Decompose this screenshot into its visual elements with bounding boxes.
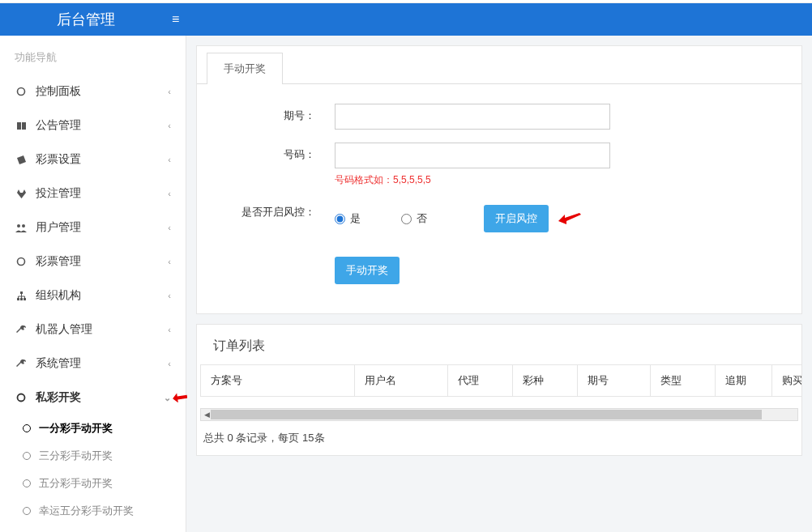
sub-nav: 一分彩手动开奖 三分彩手动开奖 五分彩手动开奖 幸运五分彩手动开奖 bbox=[0, 415, 186, 525]
chevron-left-icon: ‹ bbox=[168, 121, 171, 130]
menu-toggle-icon[interactable]: ≡ bbox=[172, 12, 179, 27]
pagination-info: 总共 0 条记录，每页 15条 bbox=[197, 428, 801, 455]
nav-label: 彩票管理 bbox=[36, 254, 168, 269]
svg-point-2 bbox=[22, 224, 25, 228]
tabs: 手动开奖 bbox=[197, 46, 801, 84]
nav-announcement[interactable]: 公告管理 ‹ bbox=[0, 109, 186, 143]
radio-no-label: 否 bbox=[417, 211, 427, 226]
nav-label: 投注管理 bbox=[36, 186, 168, 201]
radio-yes-input[interactable] bbox=[335, 214, 345, 224]
app-title: 后台管理 bbox=[57, 10, 115, 29]
chevron-down-icon: ⌄ bbox=[164, 393, 171, 403]
radio-yes-label: 是 bbox=[350, 211, 361, 226]
col-lottery: 彩种 bbox=[513, 365, 578, 397]
col-agent: 代理 bbox=[448, 365, 513, 397]
sub-item-5min[interactable]: 五分彩手动开奖 bbox=[8, 470, 186, 497]
nav-label: 机器人管理 bbox=[36, 322, 168, 337]
nav-robot-management[interactable]: 机器人管理 ‹ bbox=[0, 313, 186, 347]
nav-control-panel[interactable]: 控制面板 ‹ bbox=[0, 74, 186, 109]
svg-rect-6 bbox=[20, 298, 23, 300]
chevron-left-icon: ‹ bbox=[168, 257, 171, 266]
horizontal-scrollbar[interactable]: ◀ bbox=[200, 408, 798, 421]
circle-icon bbox=[23, 452, 31, 460]
book-icon bbox=[15, 119, 28, 132]
app-header: 后台管理 ≡ bbox=[0, 3, 812, 36]
open-risk-button[interactable]: 开启风控 bbox=[484, 205, 549, 232]
form-panel: 手动开奖 期号： 号码： 号码格式如：5,5,5,5,5 bbox=[196, 45, 802, 314]
sub-label: 幸运五分彩手动开奖 bbox=[39, 504, 134, 518]
risk-label: 是否开启风控： bbox=[213, 200, 335, 219]
main-content: 手动开奖 期号： 号码： 号码格式如：5,5,5,5,5 bbox=[186, 36, 812, 532]
nav-label: 系统管理 bbox=[36, 356, 168, 371]
nav-label: 用户管理 bbox=[36, 220, 168, 235]
issue-label: 期号： bbox=[213, 104, 335, 123]
scrollbar-thumb[interactable] bbox=[211, 410, 762, 419]
nav-system-management[interactable]: 系统管理 ‹ bbox=[0, 347, 186, 381]
col-username: 用户名 bbox=[355, 365, 448, 397]
svg-rect-4 bbox=[20, 292, 23, 294]
nav-label: 控制面板 bbox=[36, 84, 168, 99]
circle-icon bbox=[23, 424, 31, 432]
radio-yes[interactable]: 是 bbox=[335, 211, 361, 226]
wrench-icon bbox=[15, 357, 28, 370]
chevron-left-icon: ‹ bbox=[168, 87, 171, 96]
sitemap-icon bbox=[15, 289, 28, 302]
svg-point-8 bbox=[18, 394, 25, 402]
gitlab-icon bbox=[15, 187, 28, 200]
sub-label: 一分彩手动开奖 bbox=[39, 421, 113, 436]
ticket-icon bbox=[15, 153, 28, 166]
orders-title: 订单列表 bbox=[197, 325, 801, 364]
nav-label: 公告管理 bbox=[36, 118, 168, 133]
nav-private-lottery[interactable]: 私彩开奖 ⌄ bbox=[0, 381, 186, 415]
users-icon bbox=[15, 221, 28, 234]
orders-table-wrap: 方案号 用户名 代理 彩种 期号 类型 追期 购买 bbox=[197, 364, 801, 405]
sub-item-3min[interactable]: 三分彩手动开奖 bbox=[8, 442, 186, 470]
svg-point-1 bbox=[17, 224, 20, 228]
sub-item-lucky5min[interactable]: 幸运五分彩手动开奖 bbox=[8, 497, 186, 525]
chevron-left-icon: ‹ bbox=[168, 189, 171, 198]
radio-no-input[interactable] bbox=[401, 214, 412, 224]
nav-label: 私彩开奖 bbox=[36, 390, 164, 405]
wrench-icon bbox=[15, 323, 28, 336]
svg-rect-7 bbox=[24, 298, 26, 300]
circle-icon bbox=[15, 391, 28, 404]
radio-no[interactable]: 否 bbox=[401, 211, 427, 226]
nav-lottery-management[interactable]: 彩票管理 ‹ bbox=[0, 245, 186, 279]
svg-point-0 bbox=[18, 88, 25, 96]
manual-draw-form: 期号： 号码： 号码格式如：5,5,5,5,5 是否开启风控： bbox=[197, 84, 801, 313]
nav-label: 彩票设置 bbox=[36, 152, 168, 167]
circle-icon bbox=[15, 255, 28, 268]
manual-draw-button[interactable]: 手动开奖 bbox=[335, 257, 400, 284]
col-chase: 追期 bbox=[716, 365, 772, 397]
sub-label: 三分彩手动开奖 bbox=[39, 449, 113, 463]
issue-input[interactable] bbox=[335, 104, 610, 130]
col-type: 类型 bbox=[651, 365, 716, 397]
number-label: 号码： bbox=[213, 143, 335, 162]
sub-label: 五分彩手动开奖 bbox=[39, 476, 113, 491]
circle-icon bbox=[15, 85, 28, 98]
col-buy: 购买 bbox=[772, 365, 802, 397]
nav-label: 组织机构 bbox=[36, 288, 168, 303]
number-input[interactable] bbox=[335, 143, 610, 168]
red-arrow-icon bbox=[173, 392, 187, 405]
chevron-left-icon: ‹ bbox=[168, 359, 171, 368]
nav-organization[interactable]: 组织机构 ‹ bbox=[0, 279, 186, 313]
col-issue: 期号 bbox=[578, 365, 651, 397]
sub-item-1min[interactable]: 一分彩手动开奖 bbox=[8, 415, 186, 442]
nav-user-management[interactable]: 用户管理 ‹ bbox=[0, 211, 186, 245]
svg-rect-5 bbox=[17, 298, 19, 300]
svg-point-3 bbox=[18, 258, 25, 266]
chevron-left-icon: ‹ bbox=[168, 325, 171, 334]
circle-icon bbox=[23, 479, 31, 487]
nav-lottery-settings[interactable]: 彩票设置 ‹ bbox=[0, 143, 186, 177]
number-hint: 号码格式如：5,5,5,5,5 bbox=[335, 173, 610, 187]
nav-bet-management[interactable]: 投注管理 ‹ bbox=[0, 177, 186, 211]
orders-panel: 订单列表 方案号 用户名 代理 彩种 期号 类型 追期 购买 bbox=[196, 324, 802, 456]
circle-icon bbox=[23, 507, 31, 515]
col-scheme: 方案号 bbox=[201, 365, 355, 397]
tab-manual-draw[interactable]: 手动开奖 bbox=[207, 53, 283, 84]
chevron-left-icon: ‹ bbox=[168, 223, 171, 232]
sidebar: 功能导航 控制面板 ‹ 公告管理 ‹ 彩票设置 ‹ 投注管理 ‹ 用户管理 ‹ bbox=[0, 36, 186, 532]
chevron-left-icon: ‹ bbox=[168, 155, 171, 164]
orders-table: 方案号 用户名 代理 彩种 期号 类型 追期 购买 bbox=[200, 364, 801, 397]
